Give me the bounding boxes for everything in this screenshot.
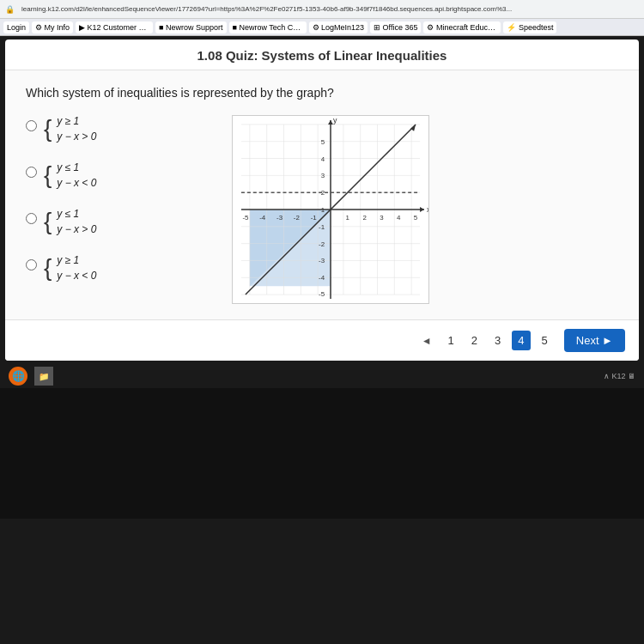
equations-4: y ≥ 1 y − x < 0 <box>57 254 96 282</box>
eq2-2-text: y − x < 0 <box>57 177 96 189</box>
option-row-1[interactable]: { y ≥ 1 y − x > 0 <box>26 115 215 143</box>
svg-text:3: 3 <box>321 172 325 179</box>
equations-2: y ≤ 1 y − x < 0 <box>57 161 96 189</box>
radio-3[interactable] <box>26 213 37 224</box>
option-row-3[interactable]: { y ≤ 1 y − x > 0 <box>26 208 215 235</box>
bracket-2: { <box>44 163 52 187</box>
page-3[interactable]: 3 <box>489 331 507 350</box>
svg-text:4: 4 <box>397 214 401 222</box>
tab-logmein[interactable]: ⚙ LogMeIn123 <box>309 21 368 33</box>
system-tray: ∧ K12 🖥 <box>604 372 635 380</box>
eq2-1: y − x > 0 <box>57 131 96 143</box>
radio-2[interactable] <box>26 167 37 178</box>
tab-bar: Login ⚙ My Info ▶ K12 Customer Supp... ■… <box>0 19 644 36</box>
svg-text:4: 4 <box>321 155 325 163</box>
svg-text:-5: -5 <box>242 214 249 222</box>
eq1-3-text: y ≤ 1 <box>57 208 79 220</box>
pagination-bar: ◄ 1 2 3 4 5 Next ► <box>5 319 639 361</box>
tab-minecraft[interactable]: ⚙ Minecraft Educatio... <box>423 21 501 33</box>
equations-3: y ≤ 1 y − x > 0 <box>57 208 96 235</box>
svg-text:-4: -4 <box>259 214 266 222</box>
quiz-body: Which system of inequalities is represen… <box>5 70 639 319</box>
quiz-wrapper: 1.08 Quiz: Systems of Linear Inequalitie… <box>5 39 639 361</box>
chrome-icon[interactable]: 🌐 <box>9 367 27 386</box>
eq2-3-text: y − x > 0 <box>57 223 96 235</box>
equations-1: y ≥ 1 y − x > 0 <box>57 115 96 143</box>
tab-office[interactable]: ⊞ Office 365 <box>370 21 421 33</box>
svg-text:-5: -5 <box>319 290 325 298</box>
tab-speedtest[interactable]: ⚡ Speedtest <box>503 21 556 33</box>
svg-text:2: 2 <box>362 214 366 222</box>
eq2-3: y − x > 0 <box>57 223 96 235</box>
bracket-4: { <box>44 256 52 280</box>
taskbar: 🌐 📁 ∧ K12 🖥 <box>0 364 644 388</box>
eq1-1-text: y ≥ 1 <box>57 115 79 127</box>
eq1-3: y ≤ 1 <box>57 208 96 220</box>
system-3: { y ≤ 1 y − x > 0 <box>44 208 96 235</box>
eq1-2-text: y ≤ 1 <box>57 161 79 173</box>
page-1[interactable]: 1 <box>442 331 460 350</box>
radio-4[interactable] <box>26 259 37 270</box>
eq1-4-text: y ≥ 1 <box>57 254 79 266</box>
graph-column: x y -1 -2 -3 -4 -5 1 2 3 4 5 2 3 4 <box>232 115 618 307</box>
options-column: { y ≥ 1 y − x > 0 <box>26 115 215 301</box>
svg-marker-26 <box>420 207 424 212</box>
tab-myinfo[interactable]: ⚙ My Info <box>32 21 73 33</box>
svg-text:5: 5 <box>321 138 325 146</box>
bracket-1: { <box>44 117 52 141</box>
prev-arrow[interactable]: ◄ <box>416 331 437 350</box>
eq2-4-text: y − x < 0 <box>57 270 96 282</box>
svg-text:1: 1 <box>346 214 350 222</box>
folder-icon[interactable]: 📁 <box>34 367 53 386</box>
eq1-2: y ≤ 1 <box>57 161 96 173</box>
option-row-2[interactable]: { y ≤ 1 y − x < 0 <box>26 161 215 189</box>
browser-favicon: 🔒 <box>5 5 15 14</box>
eq2-2: y − x < 0 <box>57 177 96 189</box>
graph-svg: x y -1 -2 -3 -4 -5 1 2 3 4 5 2 3 4 <box>232 115 429 304</box>
next-button[interactable]: Next ► <box>564 329 625 352</box>
svg-text:5: 5 <box>414 214 418 222</box>
option-row-4[interactable]: { y ≥ 1 y − x < 0 <box>26 254 215 282</box>
svg-text:-3: -3 <box>276 214 283 222</box>
svg-text:-2: -2 <box>294 214 300 222</box>
taskbar-right: ∧ K12 🖥 <box>604 372 635 380</box>
svg-text:-4: -4 <box>319 274 325 282</box>
tab-newrow-support[interactable]: ■ Newrow Support <box>155 21 226 33</box>
eq1-1: y ≥ 1 <box>57 115 96 127</box>
quiz-content: { y ≥ 1 y − x > 0 <box>26 115 618 307</box>
bracket-3: { <box>44 210 52 234</box>
x-axis-label: x <box>427 205 429 214</box>
quiz-title: 1.08 Quiz: Systems of Linear Inequalitie… <box>5 39 639 70</box>
tab-newrow-tech[interactable]: ■ Newrow Tech Check <box>229 21 307 33</box>
radio-1[interactable] <box>26 120 37 131</box>
url-bar[interactable]: learning.k12.com/d2l/le/enhancedSequence… <box>21 5 639 13</box>
tab-login[interactable]: Login <box>3 21 29 33</box>
laptop-bezel: 🌐 📁 ∧ K12 🖥 <box>0 364 644 519</box>
page-4[interactable]: 4 <box>512 331 530 350</box>
y-axis-label: y <box>333 116 337 125</box>
page-5[interactable]: 5 <box>536 331 554 350</box>
eq2-1-text: y − x > 0 <box>57 131 96 143</box>
eq1-4: y ≥ 1 <box>57 254 96 266</box>
svg-text:1: 1 <box>321 206 325 214</box>
svg-text:-3: -3 <box>319 257 325 264</box>
system-1: { y ≥ 1 y − x > 0 <box>44 115 96 143</box>
eq2-4: y − x < 0 <box>57 270 96 282</box>
system-4: { y ≥ 1 y − x < 0 <box>44 254 96 282</box>
svg-text:-1: -1 <box>319 223 325 231</box>
tab-k12[interactable]: ▶ K12 Customer Supp... <box>76 21 153 33</box>
svg-text:-2: -2 <box>319 240 325 248</box>
system-2: { y ≤ 1 y − x < 0 <box>44 161 96 189</box>
svg-text:-1: -1 <box>311 214 318 222</box>
question-text: Which system of inequalities is represen… <box>26 86 618 100</box>
browser-bar: 🔒 learning.k12.com/d2l/le/enhancedSequen… <box>0 0 644 19</box>
svg-text:3: 3 <box>380 214 384 222</box>
page-2[interactable]: 2 <box>465 331 483 350</box>
